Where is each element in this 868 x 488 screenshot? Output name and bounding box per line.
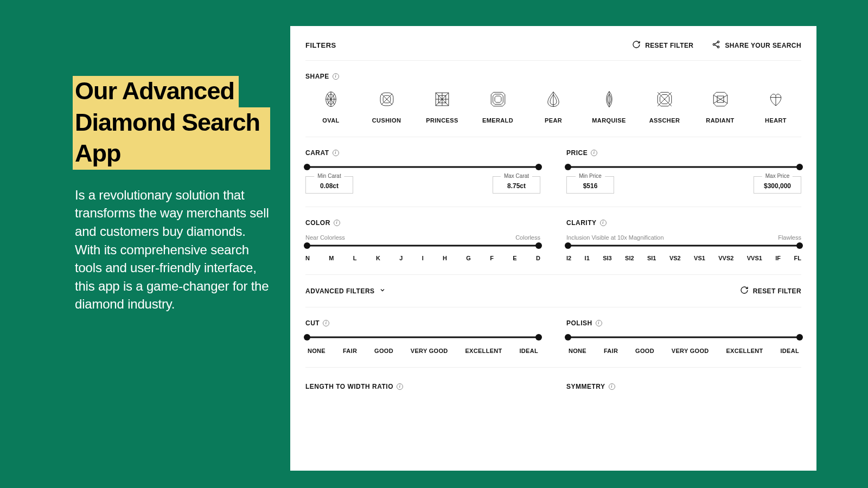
shape-title-row: SHAPE (305, 73, 801, 80)
shape-label: OVAL (322, 117, 339, 124)
tick: E (513, 255, 516, 261)
clarity-section: CLARITY Inclusion Visible at 10x Magnifi… (566, 219, 801, 261)
tick: FAIR (604, 348, 618, 354)
tick: FL (794, 255, 801, 261)
color-hint-left: Near Colorless (305, 234, 345, 241)
tick: EXCELLENT (726, 348, 763, 354)
shape-label: RADIANT (706, 117, 734, 124)
chevron-down-icon (379, 287, 386, 295)
price-slider[interactable] (566, 164, 801, 170)
color-hint-right: Colorless (515, 234, 540, 241)
emerald-icon (489, 90, 507, 111)
promo-title-line2: Diamond Search App (73, 107, 270, 170)
shape-label: EMERALD (482, 117, 513, 124)
ltw-symmetry-row: LENGTH TO WIDTH RATIO SYMMETRY (305, 368, 801, 398)
info-icon[interactable] (609, 383, 615, 390)
advanced-reset-filter-button[interactable]: RESET FILTER (740, 286, 801, 296)
info-icon[interactable] (333, 150, 339, 156)
info-icon[interactable] (591, 150, 597, 156)
promo-title: Our Advanced Diamond Search App (75, 76, 270, 170)
tick: VVS1 (747, 255, 762, 261)
tick: G (466, 255, 471, 261)
tick: F (490, 255, 494, 261)
clarity-hint-right: Flawless (778, 234, 801, 241)
carat-max-label: Max Carat (501, 173, 532, 179)
shape-cushion[interactable]: CUSHION (367, 90, 407, 124)
filters-header: FILTERS RESET FILTER SHARE YOUR SEARCH (305, 40, 801, 61)
info-icon[interactable] (600, 220, 607, 226)
shape-asscher[interactable]: ASSCHER (644, 90, 685, 124)
color-slider[interactable] (305, 243, 540, 248)
pear-icon (544, 90, 563, 111)
carat-min-input[interactable]: Min Carat 0.08ct (305, 176, 353, 194)
oval-icon (322, 90, 340, 111)
price-min-input[interactable]: Min Price $516 (566, 176, 614, 194)
shape-label: HEART (765, 117, 787, 124)
shape-list: OVAL CUSHION PRINCESS EMERALD PEAR MARQU… (305, 90, 801, 137)
filter-card: FILTERS RESET FILTER SHARE YOUR SEARCH S… (290, 26, 816, 471)
shape-label: ASSCHER (649, 117, 680, 124)
ltw-section: LENGTH TO WIDTH RATIO (305, 383, 540, 398)
share-search-button[interactable]: SHARE YOUR SEARCH (712, 40, 801, 50)
shape-marquise[interactable]: MARQUISE (589, 90, 629, 124)
tick: GOOD (635, 348, 654, 354)
info-icon[interactable] (397, 383, 403, 390)
ltw-title: LENGTH TO WIDTH RATIO (305, 383, 393, 390)
promo-title-line1: Our Advanced (73, 76, 239, 107)
tick: GOOD (374, 348, 393, 354)
svg-line-3 (715, 42, 718, 44)
clarity-hint-left: Inclusion Visible at 10x Magnification (566, 234, 664, 241)
carat-max-input[interactable]: Max Carat 8.75ct (493, 176, 540, 194)
tick: VS1 (694, 255, 705, 261)
info-icon[interactable] (334, 220, 340, 226)
shape-pear[interactable]: PEAR (533, 90, 573, 124)
info-icon[interactable] (333, 73, 339, 80)
promo-block: Our Advanced Diamond Search App Is a rev… (75, 76, 270, 313)
advanced-filters-toggle[interactable]: ADVANCED FILTERS (305, 287, 386, 295)
polish-slider[interactable] (566, 335, 801, 340)
shape-heart[interactable]: HEART (756, 90, 796, 124)
price-max-value: $300,000 (764, 182, 791, 190)
info-icon[interactable] (323, 320, 329, 326)
princess-icon (433, 90, 451, 111)
shape-princess[interactable]: PRINCESS (422, 90, 462, 124)
tick: VERY GOOD (411, 348, 448, 354)
tick: M (329, 255, 334, 261)
svg-point-2 (718, 46, 719, 48)
clarity-slider[interactable] (566, 243, 801, 248)
tick: IDEAL (519, 348, 538, 354)
carat-max-value: 8.75ct (507, 182, 526, 190)
tick: SI2 (625, 255, 634, 261)
tick: IDEAL (780, 348, 799, 354)
radiant-icon (711, 90, 730, 111)
tick: I1 (585, 255, 590, 261)
price-max-input[interactable]: Max Price $300,000 (754, 176, 801, 194)
tick: D (536, 255, 540, 261)
shape-emerald[interactable]: EMERALD (478, 90, 518, 124)
shape-radiant[interactable]: RADIANT (700, 90, 741, 124)
advanced-filters-label: ADVANCED FILTERS (305, 287, 375, 295)
cut-ticks: NONE FAIR GOOD VERY GOOD EXCELLENT IDEAL (305, 348, 540, 354)
carat-price-row: CARAT Min Carat 0.08ct Max Carat 8.75ct … (305, 137, 801, 207)
price-title: PRICE (566, 149, 588, 157)
cut-slider[interactable] (305, 335, 540, 340)
shape-label: PEAR (545, 117, 562, 124)
advanced-reset-label: RESET FILTER (753, 287, 801, 295)
tick: J (399, 255, 403, 261)
svg-point-1 (713, 43, 715, 45)
info-icon[interactable] (596, 320, 602, 326)
tick: I2 (566, 255, 571, 261)
marquise-icon (600, 90, 618, 111)
tick: VERY GOOD (672, 348, 709, 354)
shape-label: PRINCESS (426, 117, 458, 124)
cut-title: CUT (305, 319, 320, 327)
tick: I (422, 255, 424, 261)
carat-min-value: 0.08ct (320, 182, 339, 190)
reset-filter-button[interactable]: RESET FILTER (632, 40, 693, 50)
tick: SI3 (603, 255, 612, 261)
shape-oval[interactable]: OVAL (311, 90, 351, 124)
tick: SI1 (647, 255, 656, 261)
clarity-ticks: I2 I1 SI3 SI2 SI1 VS2 VS1 VVS2 VVS1 IF F… (566, 255, 801, 261)
carat-slider[interactable] (305, 164, 540, 170)
filters-actions: RESET FILTER SHARE YOUR SEARCH (632, 40, 801, 50)
